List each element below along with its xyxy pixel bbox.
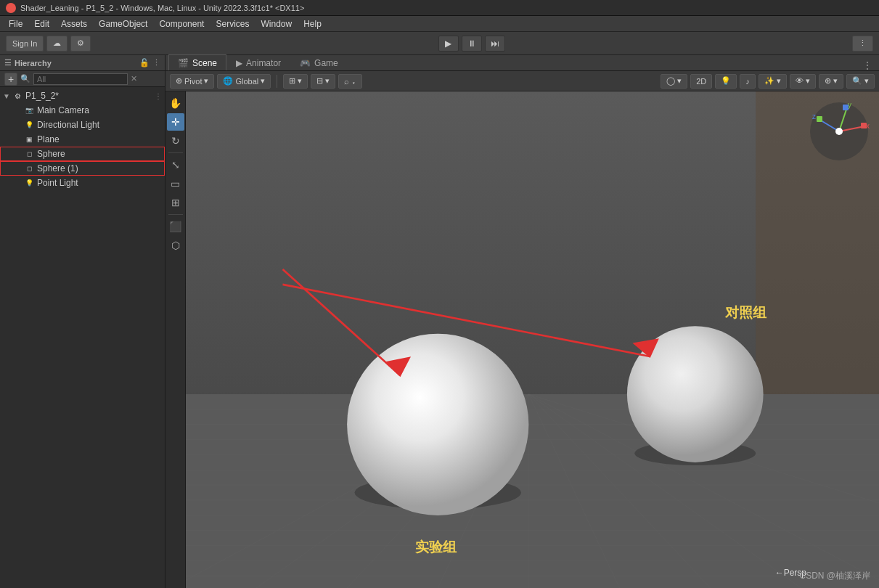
hierarchy-point-light[interactable]: 💡 Point Light <box>0 176 165 190</box>
scene-tab-label: Scene <box>192 58 217 68</box>
svg-text:对照组: 对照组 <box>724 305 767 320</box>
2d-button[interactable]: 2D <box>690 74 712 89</box>
pivot-arrow: ▾ <box>204 76 208 86</box>
snap-button[interactable]: ⊟ ▾ <box>311 74 335 89</box>
step-button[interactable]: ⏭ <box>485 36 505 52</box>
hierarchy-sphere-1[interactable]: ◻ Sphere (1) <box>0 161 165 176</box>
search-icon: 🔍 <box>20 74 30 83</box>
unity-icon <box>6 3 16 13</box>
plane-icon: ▣ <box>23 134 35 145</box>
gizmos-button[interactable]: ⊕ ▾ <box>819 74 843 89</box>
custom1-tool[interactable]: ⬛ <box>167 218 184 235</box>
scene-canvas: 实验组 对照组 <box>165 91 879 588</box>
lighting-button[interactable]: 💡 <box>715 74 737 89</box>
global-icon: 🌐 <box>223 76 233 86</box>
add-button[interactable]: + <box>4 73 17 86</box>
hierarchy-search-bar: + 🔍 ✕ <box>0 71 165 87</box>
sphere1-icon: ◻ <box>23 163 35 174</box>
menu-bar: File Edit Assets GameObject Component Se… <box>0 16 879 32</box>
scene-area: 🎬 Scene ▶ Animator 🎮 Game ⋮ ⊕ Pivot ▾ <box>165 55 879 588</box>
dlight-icon: 💡 <box>23 119 35 131</box>
svg-rect-43 <box>843 105 849 110</box>
plight-label: Point Light <box>37 178 78 188</box>
root-icon: ⚙ <box>12 90 23 102</box>
more-scene-button[interactable]: 🔍 ▾ <box>846 74 875 89</box>
hierarchy-title: Hierarchy <box>15 59 52 68</box>
scene-tabs: 🎬 Scene ▶ Animator 🎮 Game ⋮ <box>165 55 879 71</box>
menu-window[interactable]: Window <box>255 17 298 30</box>
toolbar: Sign In ☁ ⚙ ▶ ⏸ ⏭ ⋮ <box>0 32 879 55</box>
menu-component[interactable]: Component <box>153 17 210 30</box>
hierarchy-main-camera[interactable]: 📷 Main Camera <box>0 103 165 118</box>
svg-point-26 <box>347 334 528 515</box>
game-tab-icon: 🎮 <box>300 58 311 68</box>
watermark: CSDN @柚溪泽岸 <box>799 570 870 582</box>
animator-tab-label: Animator <box>246 58 281 68</box>
search-button[interactable]: ⌕ ▾ <box>338 74 362 89</box>
rect-tool[interactable]: ▭ <box>167 175 184 192</box>
grid-button[interactable]: ⊞ ▾ <box>283 74 308 89</box>
hierarchy-directional-light[interactable]: 💡 Directional Light <box>0 118 165 132</box>
sphere1-label: Sphere (1) <box>37 163 78 173</box>
clear-search-icon[interactable]: ✕ <box>131 74 137 83</box>
hierarchy-root[interactable]: ▼ ⚙ P1_5_2* ⋮ <box>0 89 165 103</box>
hidden-button[interactable]: 👁 ▾ <box>790 74 816 89</box>
rotate-tool[interactable]: ↻ <box>167 132 184 150</box>
pivot-label: Pivot <box>184 77 202 86</box>
root-arrow: ▼ <box>3 92 12 100</box>
sphere-label: Sphere <box>37 149 65 159</box>
scene-toolbar: ⊕ Pivot ▾ 🌐 Global ▾ ⊞ ▾ ⊟ ▾ ⌕ ▾ ◯ ▾ 2D … <box>165 71 879 91</box>
hierarchy-lock-icon[interactable]: 🔓 <box>139 58 150 68</box>
settings-button[interactable]: ⚙ <box>70 36 91 52</box>
camera-icon: 📷 <box>23 105 35 116</box>
move-tool[interactable]: ✛ <box>167 113 184 131</box>
sphere-icon: ◻ <box>23 148 35 160</box>
plight-icon: 💡 <box>23 177 35 189</box>
menu-gameobject[interactable]: GameObject <box>93 17 153 30</box>
global-arrow: ▾ <box>261 76 265 86</box>
global-label: Global <box>235 77 258 86</box>
dlight-label: Directional Light <box>37 120 99 130</box>
more-button[interactable]: ⋮ <box>852 36 873 52</box>
search-input[interactable] <box>33 73 128 85</box>
pivot-button[interactable]: ⊕ Pivot ▾ <box>170 74 214 89</box>
svg-point-42 <box>835 128 843 135</box>
main-layout: ☰ Hierarchy 🔓 ⋮ + 🔍 ✕ ▼ ⚙ P1_5_2* ⋮ <box>0 55 879 588</box>
pause-button[interactable]: ⏸ <box>462 36 482 52</box>
tool-palette: ✋ ✛ ↻ ⤡ ▭ ⊞ ⬛ ⬡ <box>165 91 186 588</box>
transform-tool[interactable]: ⊞ <box>167 194 184 211</box>
hand-tool[interactable]: ✋ <box>167 94 184 112</box>
title-bar: Shader_Leaning - P1_5_2 - Windows, Mac, … <box>0 0 879 16</box>
hierarchy-plane[interactable]: ▣ Plane <box>0 132 165 147</box>
root-gear-icon[interactable]: ⋮ <box>155 92 162 100</box>
tab-scene[interactable]: 🎬 Scene <box>168 54 226 70</box>
hierarchy-more-icon[interactable]: ⋮ <box>152 58 160 68</box>
audio-button[interactable]: ♪ <box>740 74 756 89</box>
shading-button[interactable]: ◯ ▾ <box>661 74 687 89</box>
tab-game[interactable]: 🎮 Game <box>290 54 348 70</box>
sign-in-button[interactable]: Sign In <box>6 36 44 52</box>
scene-tab-icon: 🎬 <box>178 58 189 68</box>
play-button[interactable]: ▶ <box>438 36 459 52</box>
plane-label: Plane <box>37 134 60 144</box>
hierarchy-sphere[interactable]: ◻ Sphere <box>0 147 165 161</box>
menu-help[interactable]: Help <box>298 17 327 30</box>
menu-services[interactable]: Services <box>210 17 255 30</box>
scene-more-icon[interactable]: ⋮ <box>859 60 876 70</box>
scene-viewport[interactable]: ✋ ✛ ↻ ⤡ ▭ ⊞ ⬛ ⬡ <box>165 91 879 588</box>
cloud-button[interactable]: ☁ <box>46 36 68 52</box>
hierarchy-header: ☰ Hierarchy 🔓 ⋮ <box>0 55 165 71</box>
menu-assets[interactable]: Assets <box>55 17 93 30</box>
global-button[interactable]: 🌐 Global ▾ <box>217 74 271 89</box>
menu-file[interactable]: File <box>3 17 28 30</box>
scale-tool[interactable]: ⤡ <box>167 156 184 173</box>
custom2-tool[interactable]: ⬡ <box>167 237 184 254</box>
camera-label: Main Camera <box>37 105 89 115</box>
effects-button[interactable]: ✨ ▾ <box>759 74 787 89</box>
game-tab-label: Game <box>314 58 338 68</box>
svg-text:z: z <box>812 113 816 121</box>
tab-animator[interactable]: ▶ Animator <box>226 54 290 70</box>
pivot-icon: ⊕ <box>176 76 182 86</box>
title-text: Shader_Leaning - P1_5_2 - Windows, Mac, … <box>20 4 304 12</box>
menu-edit[interactable]: Edit <box>28 17 55 30</box>
